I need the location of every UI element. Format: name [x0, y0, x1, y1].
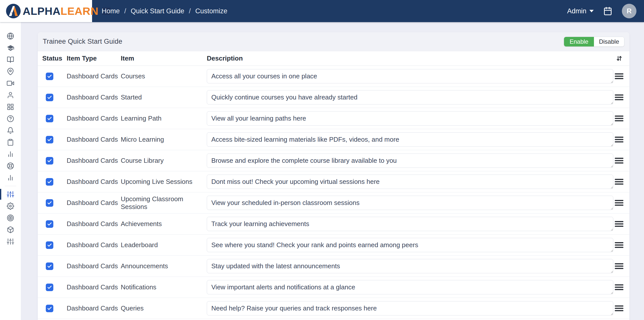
drag-handle-icon[interactable]	[615, 305, 623, 312]
status-checkbox[interactable]	[46, 199, 53, 207]
description-input[interactable]	[207, 69, 613, 83]
item-type-cell: Dashboard Cards	[67, 304, 121, 312]
brand-wordmark: ALPHALEARN	[23, 5, 98, 17]
item-cell: Achievements	[121, 220, 207, 228]
item-type-cell: Dashboard Cards	[67, 72, 121, 80]
drag-handle-icon[interactable]	[615, 263, 623, 270]
drag-handle-icon[interactable]	[615, 284, 623, 291]
drag-handle-icon[interactable]	[615, 178, 623, 185]
table-row: Dashboard Cards Queries	[38, 298, 629, 319]
user-avatar[interactable]: R	[622, 4, 636, 18]
sidebar-item-clipboard-icon[interactable]	[0, 136, 21, 148]
description-input[interactable]	[207, 217, 613, 231]
column-header-item: Item	[121, 55, 207, 62]
status-checkbox[interactable]	[46, 262, 53, 270]
sidebar-item-package-icon[interactable]	[0, 224, 21, 236]
item-cell: Leaderboard	[121, 241, 207, 249]
drag-handle-icon[interactable]	[615, 94, 623, 101]
status-checkbox[interactable]	[46, 178, 53, 186]
enable-disable-toggle: Enable Disable	[564, 37, 624, 47]
description-input[interactable]	[207, 175, 613, 189]
status-cell	[42, 305, 67, 312]
drag-handle-icon[interactable]	[615, 157, 623, 164]
item-cell: Notifications	[121, 283, 207, 291]
item-type-cell: Dashboard Cards	[67, 115, 121, 122]
status-cell	[42, 241, 67, 249]
status-checkbox[interactable]	[46, 284, 53, 291]
breadcrumb-quick-start-guide[interactable]: Quick Start Guide	[131, 7, 184, 15]
sidebar-divider	[5, 186, 16, 186]
description-input[interactable]	[207, 90, 613, 104]
table-row: Dashboard Cards Upcoming Live Sessions	[38, 171, 629, 192]
description-cell	[207, 259, 613, 273]
breadcrumb-home[interactable]: Home	[102, 7, 120, 15]
sidebar-item-help-circle-icon[interactable]	[0, 113, 21, 125]
item-cell: Courses	[121, 72, 207, 80]
drag-handle-icon[interactable]	[615, 115, 623, 122]
status-cell	[42, 284, 67, 291]
description-input[interactable]	[207, 111, 613, 126]
table-row: Dashboard Cards Started	[38, 87, 629, 108]
sidebar-item-user-icon[interactable]	[0, 89, 21, 101]
description-cell	[207, 280, 613, 294]
item-type-cell: Dashboard Cards	[67, 262, 121, 270]
description-input[interactable]	[207, 280, 613, 294]
sidebar-item-grid-icon[interactable]	[0, 101, 21, 113]
status-checkbox[interactable]	[46, 136, 53, 143]
sidebar-item-settings-gear-icon[interactable]	[0, 200, 21, 212]
description-input[interactable]	[207, 132, 613, 147]
sidebar-item-open-book-icon[interactable]	[0, 54, 21, 66]
status-checkbox[interactable]	[46, 305, 53, 312]
drag-handle-icon[interactable]	[615, 199, 623, 206]
sidebar-item-life-buoy-icon[interactable]	[0, 160, 21, 172]
description-cell	[207, 153, 613, 168]
status-checkbox[interactable]	[46, 94, 53, 101]
description-input[interactable]	[207, 196, 613, 210]
item-type-cell: Dashboard Cards	[67, 157, 121, 165]
description-cell	[207, 69, 613, 83]
description-input[interactable]	[207, 153, 613, 168]
drag-handle-icon[interactable]	[615, 221, 623, 227]
description-input[interactable]	[207, 301, 613, 315]
sidebar-item-sliders-2-icon[interactable]	[0, 236, 21, 247]
status-checkbox[interactable]	[46, 157, 53, 165]
drag-handle-icon[interactable]	[615, 242, 623, 248]
item-cell: Queries	[121, 304, 207, 312]
sidebar-item-globe-icon[interactable]	[0, 30, 21, 42]
drag-handle-icon[interactable]	[615, 73, 623, 80]
table-header-row: Status Item Type Item Description	[38, 51, 629, 66]
table-row: Dashboard Cards Courses	[38, 66, 629, 87]
table-row: Dashboard Cards Course Library	[38, 150, 629, 171]
disable-button[interactable]: Disable	[594, 37, 624, 46]
status-checkbox[interactable]	[46, 220, 53, 228]
status-cell	[42, 94, 67, 101]
item-cell: Announcements	[121, 262, 207, 270]
brand: ★ ALPHALEARN	[0, 0, 92, 22]
item-type-cell: Dashboard Cards	[67, 241, 121, 249]
sidebar-item-target-icon[interactable]	[0, 212, 21, 224]
enable-button[interactable]: Enable	[564, 37, 594, 46]
calendar-icon[interactable]	[603, 7, 612, 16]
item-type-cell: Dashboard Cards	[67, 199, 121, 207]
status-checkbox[interactable]	[46, 115, 53, 122]
sidebar-item-bar-chart-icon[interactable]	[0, 148, 21, 160]
sort-arrows-icon[interactable]	[616, 55, 623, 62]
admin-dropdown[interactable]: Admin	[567, 7, 594, 15]
status-cell	[42, 73, 67, 80]
status-checkbox[interactable]	[46, 241, 53, 249]
table-row: Dashboard Cards Micro Learning	[38, 129, 629, 150]
item-cell: Started	[121, 93, 207, 101]
description-input[interactable]	[207, 238, 613, 252]
sidebar-item-graduation-cap-icon[interactable]	[0, 42, 21, 54]
sidebar-item-map-pin-icon[interactable]	[0, 66, 21, 77]
drag-handle-icon[interactable]	[615, 136, 623, 143]
sidebar-item-sliders-icon[interactable]	[0, 188, 21, 200]
sidebar-item-bar-chart-2-icon[interactable]	[0, 172, 21, 184]
breadcrumb-customize[interactable]: Customize	[195, 7, 227, 15]
sidebar-item-video-camera-icon[interactable]	[0, 77, 21, 89]
sidebar-item-bell-icon[interactable]	[0, 125, 21, 136]
description-input[interactable]	[207, 259, 613, 273]
main-content: Trainee Quick Start Guide Enable Disable…	[21, 22, 644, 320]
item-type-cell: Dashboard Cards	[67, 283, 121, 291]
status-checkbox[interactable]	[46, 73, 53, 80]
